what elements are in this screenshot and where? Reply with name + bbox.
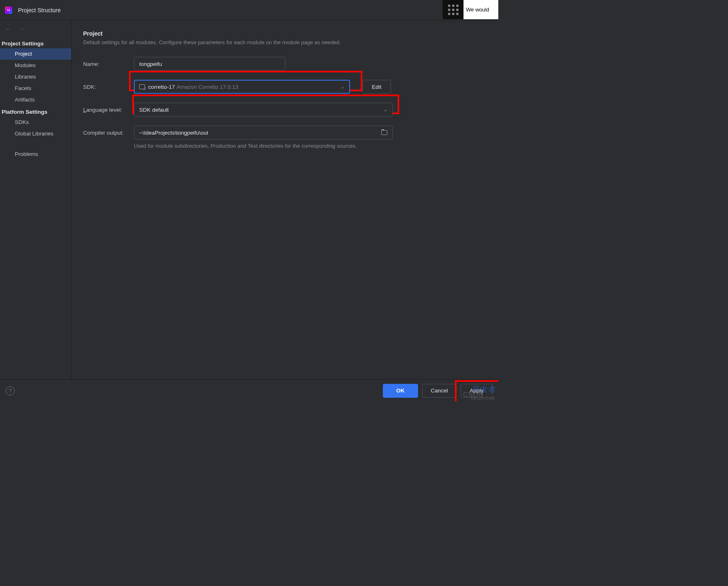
promo-thumbnail[interactable] [443,0,463,19]
compiler-output-label: Compiler output: [83,130,134,136]
apply-button[interactable]: Apply [461,384,493,398]
language-level-dropdown[interactable]: SDK default ⌄ [134,103,393,117]
promo-text[interactable]: We would [463,0,498,19]
language-level-row: Language level: SDK default ⌄ [83,103,487,117]
sidebar-item-global-libraries[interactable]: Global Libraries [0,128,71,140]
compiler-output-field[interactable]: ~\IdeaProjects\tongpeifu\out [134,126,393,140]
sidebar-heading-project: Project Settings [0,37,71,48]
compiler-output-hint: Used for module subdirectories, Producti… [134,143,487,149]
sidebar-item-project[interactable]: Project [0,48,71,60]
compiler-output-value: ~\IdeaProjects\tongpeifu\out [139,130,208,136]
window-title: Project Structure [18,7,61,14]
sdk-hint: Amazon Corretto 17.0.13 [176,84,238,90]
forward-arrow-icon[interactable]: → [18,25,25,32]
name-row: Name: [83,57,487,71]
edit-sdk-button[interactable]: Edit [362,80,391,94]
sdk-value: corretto-17 [148,84,175,90]
chevron-down-icon: ⌄ [384,107,387,113]
sidebar-item-artifacts[interactable]: Artifacts [0,94,71,106]
sdk-row: SDK: corretto-17 Amazon Corretto 17.0.13… [83,80,487,94]
help-icon[interactable]: ? [6,386,15,395]
sidebar-item-modules[interactable]: Modules [0,60,71,71]
browse-folder-icon[interactable] [381,130,387,135]
app-icon: IJ [5,7,12,14]
sidebar-item-problems[interactable]: Problems [0,149,71,160]
compiler-output-row: Compiler output: ~\IdeaProjects\tongpeif… [83,126,487,140]
section-description: Default settings for all modules. Config… [83,39,487,45]
name-input[interactable] [134,57,285,71]
chevron-down-icon: ⌄ [341,84,344,90]
sidebar-heading-platform: Platform Settings [0,106,71,117]
sidebar-item-facets[interactable]: Facets [0,83,71,94]
sidebar: ← → Project Settings Project Modules Lib… [0,20,72,379]
cancel-button[interactable]: Cancel [422,384,457,398]
sidebar-item-libraries[interactable]: Libraries [0,71,71,83]
section-title: Project [83,30,487,37]
language-level-label: Language level: [83,107,134,113]
language-level-value: SDK default [139,107,169,113]
name-label: Name: [83,61,134,67]
sidebar-item-sdks[interactable]: SDKs [0,117,71,128]
title-bar: IJ Project Structure [0,0,498,20]
ok-button[interactable]: OK [383,384,418,398]
sdk-dropdown[interactable]: corretto-17 Amazon Corretto 17.0.13 ⌄ [134,80,350,94]
top-right-widgets: We would [443,0,498,19]
back-arrow-icon[interactable]: ← [5,25,11,32]
sdk-label: SDK: [83,84,134,90]
main-panel: Project Default settings for all modules… [72,20,498,379]
sdk-folder-icon [139,84,145,90]
dialog-footer: ? OK Cancel Apply [0,379,498,401]
